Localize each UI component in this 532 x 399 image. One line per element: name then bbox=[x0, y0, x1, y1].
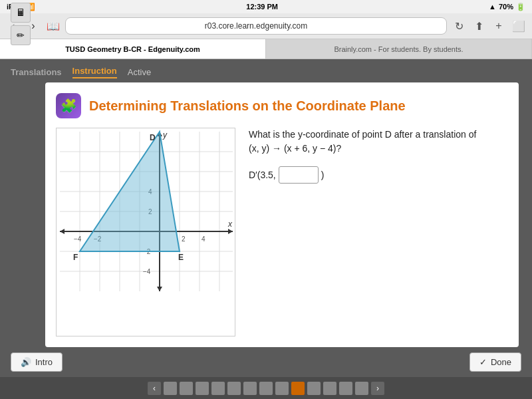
tab-active[interactable]: Active bbox=[128, 67, 151, 77]
page-1[interactable] bbox=[164, 382, 177, 395]
page-6[interactable] bbox=[243, 382, 257, 395]
svg-marker-35 bbox=[157, 287, 162, 291]
browser-tab-2[interactable]: Brainly.com - For students. By students. bbox=[266, 39, 532, 59]
url-bar[interactable]: r03.core.learn.edgenuity.com bbox=[65, 17, 447, 35]
browser-toolbar: ‹ › 📖 r03.core.learn.edgenuity.com ↻ ⬆ +… bbox=[0, 13, 532, 39]
page-9[interactable] bbox=[291, 382, 305, 395]
question-text: What is the y-coordinate of point D afte… bbox=[249, 128, 508, 156]
reader-view-button[interactable]: 📖 bbox=[45, 18, 61, 34]
svg-text:−4: −4 bbox=[143, 268, 151, 275]
answer-prefix: D′(3.5, bbox=[249, 170, 276, 180]
browser-tabs-bar: TUSD Geometry B-CR - Edgenuity.com Brain… bbox=[0, 39, 532, 59]
card-body: x y −4 −2 2 4 4 2 −2 −4 bbox=[56, 128, 508, 336]
svg-text:x: x bbox=[227, 219, 233, 229]
page-13[interactable] bbox=[355, 382, 368, 395]
svg-text:E: E bbox=[178, 253, 184, 262]
svg-marker-17 bbox=[228, 229, 233, 234]
answer-suffix: ) bbox=[321, 170, 325, 180]
speaker-icon: 🔊 bbox=[21, 357, 31, 367]
svg-text:D: D bbox=[150, 133, 156, 142]
page-4[interactable] bbox=[211, 382, 225, 395]
pagination-bar: ‹ › bbox=[0, 377, 532, 399]
browser-chrome: ‹ › 📖 r03.core.learn.edgenuity.com ↻ ⬆ +… bbox=[0, 13, 532, 59]
intro-button[interactable]: 🔊 Intro bbox=[11, 352, 63, 372]
tabs-button[interactable]: ⬜ bbox=[511, 18, 527, 34]
svg-text:4: 4 bbox=[201, 235, 205, 243]
svg-text:y: y bbox=[162, 130, 168, 140]
new-tab-button[interactable]: + bbox=[491, 18, 507, 34]
card-title: Determining Translations on the Coordina… bbox=[89, 98, 406, 114]
url-text: r03.core.learn.edgenuity.com bbox=[205, 21, 308, 31]
page-12[interactable] bbox=[339, 382, 352, 395]
page-3[interactable] bbox=[196, 382, 209, 395]
share-button[interactable]: ⬆ bbox=[471, 18, 487, 34]
status-bar: iPad 📶 12:39 PM ▲ 70% 🔋 bbox=[0, 0, 532, 13]
page-7[interactable] bbox=[259, 382, 273, 395]
svg-text:F: F bbox=[73, 253, 78, 262]
page-5[interactable] bbox=[227, 382, 241, 395]
page-content: Translations Instruction Active 🖩 ✏ 🧩 De… bbox=[0, 59, 532, 399]
page-8[interactable] bbox=[275, 382, 289, 395]
next-page-button[interactable]: › bbox=[371, 382, 384, 395]
check-icon: ✓ bbox=[479, 357, 487, 367]
done-button[interactable]: ✓ Done bbox=[469, 352, 521, 372]
card-header: 🧩 Determining Translations on the Coordi… bbox=[56, 93, 508, 118]
battery-label: 70% bbox=[499, 3, 513, 11]
main-card: 🧩 Determining Translations on the Coordi… bbox=[45, 82, 519, 347]
svg-text:−4: −4 bbox=[74, 235, 82, 243]
time-display: 12:39 PM bbox=[246, 3, 278, 11]
page-10[interactable] bbox=[307, 382, 321, 395]
svg-marker-34 bbox=[60, 229, 65, 234]
section-header: Translations Instruction Active bbox=[0, 59, 532, 82]
refresh-button[interactable]: ↻ bbox=[451, 18, 467, 34]
prev-page-button[interactable]: ‹ bbox=[148, 382, 161, 395]
answer-row: D′(3.5, ) bbox=[249, 166, 508, 184]
page-2[interactable] bbox=[180, 382, 193, 395]
tab-instruction[interactable]: Instruction bbox=[72, 66, 117, 78]
section-title: Translations bbox=[11, 67, 62, 77]
try-it-icon: 🧩 bbox=[56, 93, 81, 118]
battery-icon: 🔋 bbox=[516, 3, 525, 11]
question-side: What is the y-coordinate of point D afte… bbox=[249, 128, 508, 336]
bottom-bar: 🔊 Intro ✓ Done bbox=[0, 347, 532, 377]
page-11[interactable] bbox=[323, 382, 336, 395]
graph-container: x y −4 −2 2 4 4 2 −2 −4 bbox=[56, 128, 235, 336]
svg-text:2: 2 bbox=[182, 235, 186, 243]
answer-input[interactable] bbox=[279, 166, 319, 184]
signal-icon: ▲ bbox=[489, 3, 496, 11]
browser-tab-1[interactable]: TUSD Geometry B-CR - Edgenuity.com bbox=[0, 39, 266, 59]
